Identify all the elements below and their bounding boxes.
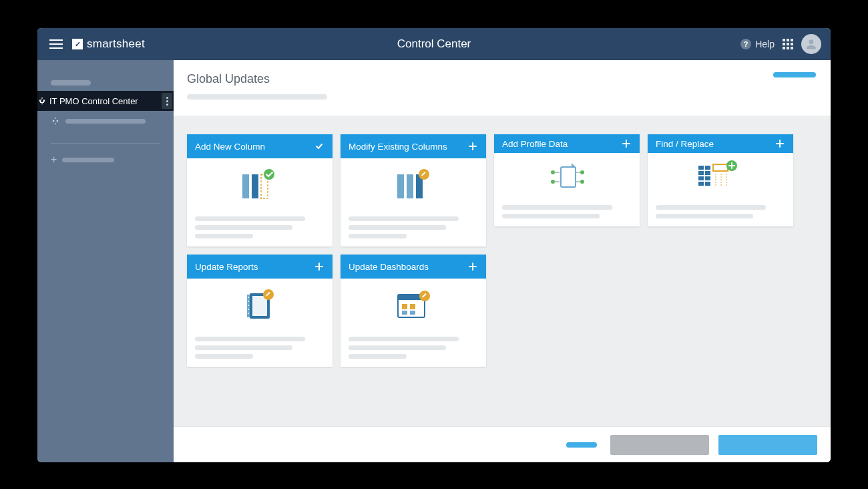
card-dashboard[interactable]: Update Dashboards: [341, 255, 486, 367]
plus-icon: +: [51, 154, 57, 165]
card-placeholder: [349, 354, 407, 359]
plus-icon[interactable]: [467, 261, 478, 272]
hierarchy-icon: [51, 116, 60, 126]
menu-icon[interactable]: [47, 35, 65, 53]
hierarchy-icon: [37, 96, 47, 106]
help-link[interactable]: ? Help: [740, 39, 775, 49]
card-header: Add Profile Data: [494, 134, 640, 153]
card-header: Add New Column: [187, 134, 333, 158]
sidebar-item-label: IT PMO Control Center: [49, 96, 138, 106]
card-placeholder: [195, 234, 253, 238]
svg-point-30: [248, 297, 249, 298]
card-title: Find / Replace: [656, 139, 714, 149]
app-body: IT PMO Control Center + Global Updates: [37, 60, 831, 462]
card-title: Update Reports: [195, 262, 258, 272]
card-placeholder: [195, 225, 292, 230]
card-title: Modify Existing Columns: [349, 142, 447, 152]
svg-point-12: [580, 170, 584, 174]
svg-point-11: [551, 180, 555, 184]
content-area: Add New Column Modify Existing Columns: [174, 116, 831, 426]
svg-rect-22: [713, 164, 728, 171]
find-replace-icon: [656, 153, 785, 201]
plus-icon[interactable]: [775, 138, 785, 149]
card-body: [187, 279, 333, 367]
logo-mark-icon: ✓: [72, 39, 83, 49]
svg-point-34: [248, 313, 249, 314]
card-body: [187, 158, 333, 247]
brand-name: smartsheet: [87, 37, 145, 51]
footer-secondary-button[interactable]: [610, 435, 709, 455]
card-find-replace[interactable]: Find / Replace: [648, 134, 793, 226]
plus-icon[interactable]: [314, 261, 324, 272]
card-profile-data[interactable]: Add Profile Data: [494, 134, 640, 226]
card-header: Modify Existing Columns: [341, 134, 486, 158]
card-placeholder: [502, 214, 600, 218]
header-action-placeholder[interactable]: [773, 72, 816, 77]
svg-rect-5: [407, 174, 413, 198]
svg-point-3: [264, 169, 274, 180]
card-placeholder: [195, 337, 305, 341]
card-body: [341, 158, 486, 247]
card-add-column[interactable]: Add New Column: [187, 134, 333, 247]
card-placeholder: [656, 205, 766, 210]
sidebar: IT PMO Control Center +: [37, 60, 174, 462]
svg-rect-18: [698, 176, 704, 180]
sidebar-add-button[interactable]: +: [37, 149, 174, 170]
sidebar-placeholder: [62, 158, 114, 162]
footer-primary-button[interactable]: [718, 435, 817, 455]
plus-icon[interactable]: [621, 138, 632, 149]
sidebar-item-placeholder[interactable]: [37, 111, 174, 131]
card-header: Update Dashboards: [341, 255, 486, 279]
card-header: Find / Replace: [648, 134, 793, 153]
svg-rect-19: [705, 176, 710, 180]
card-report[interactable]: Update Reports: [187, 255, 333, 367]
svg-rect-21: [705, 182, 710, 186]
card-header: Update Reports: [187, 255, 333, 279]
main-header: Global Updates: [174, 60, 831, 116]
svg-rect-20: [698, 182, 704, 186]
svg-rect-28: [252, 296, 267, 316]
card-placeholder: [349, 345, 446, 350]
card-body: [494, 153, 640, 226]
card-placeholder: [195, 354, 253, 359]
main-area: Global Updates Add New Column Modify Exi…: [174, 60, 831, 462]
profile-data-icon: [502, 153, 632, 201]
svg-point-31: [248, 301, 249, 302]
plus-icon[interactable]: [467, 141, 478, 152]
sidebar-item-it-pmo[interactable]: IT PMO Control Center: [37, 91, 176, 111]
dashboard-icon: [349, 279, 478, 333]
brand-logo[interactable]: ✓ smartsheet: [72, 37, 145, 51]
cards-grid: Add New Column Modify Existing Columns: [187, 134, 817, 367]
card-title: Update Dashboards: [349, 262, 429, 272]
card-placeholder: [195, 216, 305, 221]
svg-point-33: [248, 309, 249, 310]
app-launcher-icon[interactable]: [783, 39, 793, 49]
svg-rect-9: [561, 167, 576, 187]
card-title: Add New Column: [195, 142, 265, 152]
footer-link-placeholder[interactable]: [566, 442, 597, 448]
svg-rect-14: [698, 166, 704, 170]
sidebar-placeholder: [65, 119, 146, 124]
page-header-title: Control Center: [397, 37, 471, 51]
card-placeholder: [349, 234, 407, 238]
card-placeholder: [349, 216, 459, 221]
card-placeholder: [195, 345, 292, 350]
check-icon[interactable]: [314, 141, 324, 152]
kebab-menu-icon[interactable]: [162, 93, 172, 109]
svg-rect-1: [252, 174, 258, 198]
card-placeholder: [349, 225, 446, 230]
svg-rect-15: [705, 166, 710, 170]
card-placeholder: [502, 205, 612, 210]
user-avatar[interactable]: [801, 34, 821, 54]
svg-rect-4: [397, 174, 404, 198]
svg-rect-39: [402, 304, 407, 309]
report-icon: [195, 279, 324, 333]
edit-columns-icon: [349, 158, 478, 212]
subtitle-placeholder: [187, 94, 327, 100]
card-edit-columns[interactable]: Modify Existing Columns: [341, 134, 486, 247]
app-window: ✓ smartsheet Control Center ? Help: [37, 28, 831, 462]
svg-rect-40: [410, 304, 415, 309]
topbar-right: ? Help: [740, 34, 821, 54]
page-title: Global Updates: [187, 72, 817, 86]
svg-point-13: [580, 180, 584, 184]
